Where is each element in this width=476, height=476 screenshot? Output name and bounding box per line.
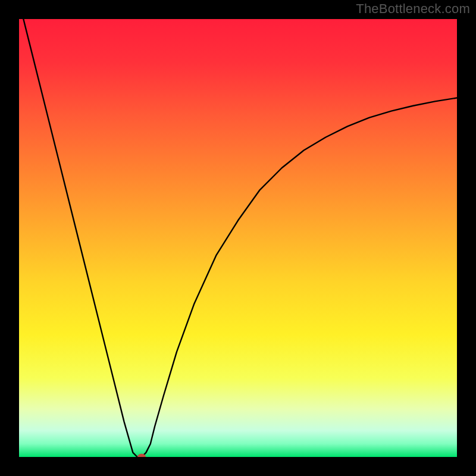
- chart-frame: TheBottleneck.com: [0, 0, 476, 476]
- watermark-text: TheBottleneck.com: [356, 1, 470, 17]
- plot-area: [19, 19, 457, 457]
- optimal-point-marker: [137, 454, 146, 458]
- gradient-background: [19, 19, 457, 457]
- plot-svg: [19, 19, 457, 457]
